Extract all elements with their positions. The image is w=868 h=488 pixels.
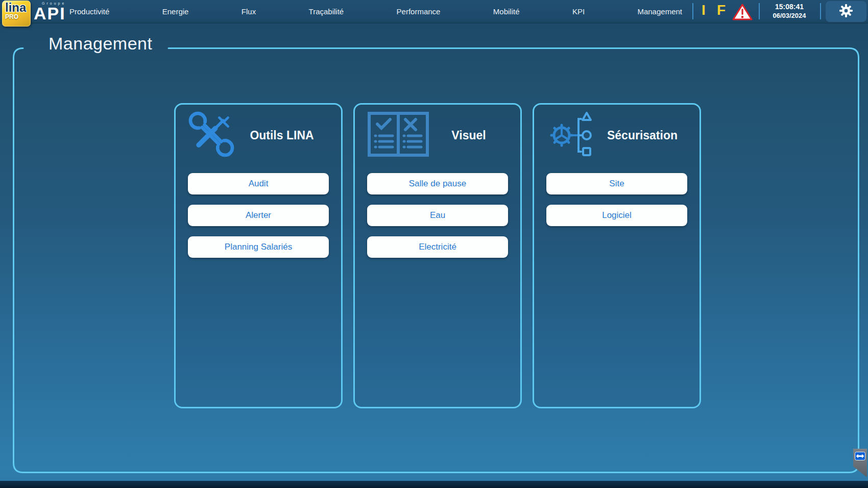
card-title: Sécurisation — [597, 129, 687, 142]
checklist-compare-icon — [367, 111, 429, 159]
gear-icon — [839, 4, 853, 20]
page-title: Management — [49, 34, 152, 54]
logo-lina-text: lina — [5, 1, 31, 14]
management-cards: Outils LINA Audit Alerter Planning Salar… — [174, 103, 701, 408]
card-title: Outils LINA — [235, 129, 329, 142]
eau-button[interactable]: Eau — [367, 205, 508, 226]
tools-icon — [188, 111, 235, 160]
lina-pro-logo: lina PRO — [2, 1, 31, 27]
teamviewer-icon — [855, 452, 865, 462]
gear-flowchart-icon — [546, 109, 597, 162]
nav-item-management[interactable]: Management — [635, 6, 684, 17]
status-indicator-i: I — [702, 2, 706, 18]
electricite-button[interactable]: Electricité — [367, 236, 508, 258]
api-groupe-logo: Groupe API — [34, 1, 66, 21]
bottom-edge-bar — [0, 481, 868, 488]
card-visuel-header: Visuel — [367, 112, 508, 159]
topbar-divider — [820, 3, 821, 19]
nav-item-productivite[interactable]: Productivité — [67, 6, 111, 17]
nav-item-mobilite[interactable]: Mobilité — [491, 6, 522, 17]
logiciel-button[interactable]: Logiciel — [546, 205, 687, 226]
nav-item-energie[interactable]: Energie — [160, 6, 191, 17]
clock: 15:08:41 06/03/2024 — [762, 2, 817, 20]
topbar-divider — [759, 3, 760, 19]
teamviewer-tab[interactable] — [853, 449, 867, 477]
nav-item-tracabilite[interactable]: Traçabilité — [307, 6, 346, 17]
nav-item-kpi[interactable]: KPI — [570, 6, 587, 17]
main-nav: Productivité Energie Flux Traçabilité Pe… — [67, 0, 684, 23]
card-visuel: Visuel Salle de pause Eau Electricité — [353, 103, 522, 408]
logo-api-text: API — [34, 5, 66, 21]
status-indicator-f: F — [717, 2, 726, 18]
top-bar: lina PRO Groupe API Productivité Energie… — [0, 0, 868, 23]
topbar-divider — [692, 3, 693, 19]
card-outils-lina-header: Outils LINA — [188, 112, 329, 159]
audit-button[interactable]: Audit — [188, 173, 329, 194]
clock-date: 06/03/2024 — [762, 11, 817, 20]
nav-item-flux[interactable]: Flux — [239, 6, 258, 17]
card-title: Visuel — [429, 129, 508, 142]
nav-item-performance[interactable]: Performance — [395, 6, 443, 17]
clock-time: 15:08:41 — [762, 2, 817, 11]
warning-triangle-icon[interactable] — [732, 4, 753, 23]
planning-salaries-button[interactable]: Planning Salariés — [188, 236, 329, 258]
settings-button[interactable] — [826, 1, 866, 22]
site-button[interactable]: Site — [546, 173, 687, 194]
card-securisation: Sécurisation Site Logiciel — [533, 103, 701, 408]
card-securisation-header: Sécurisation — [546, 112, 687, 159]
card-outils-lina: Outils LINA Audit Alerter Planning Salar… — [174, 103, 343, 408]
logo-pro-text: PRO — [5, 13, 31, 20]
alerter-button[interactable]: Alerter — [188, 205, 329, 226]
salle-de-pause-button[interactable]: Salle de pause — [367, 173, 508, 194]
